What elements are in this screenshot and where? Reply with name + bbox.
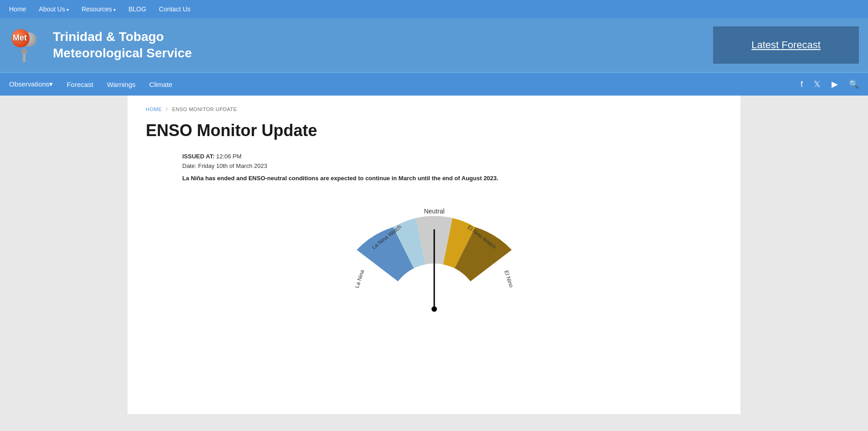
nav-observations[interactable]: Observations▾ [9,80,53,88]
summary-text: La Niña has ended and ENSO-neutral condi… [182,175,722,182]
nav-forecast[interactable]: Forecast [67,81,93,88]
sidebar-right [740,96,868,414]
neutral-label: Neutral [424,208,444,215]
facebook-icon[interactable]: f [801,80,803,89]
date-line: Date: Friday 10th of March 2023 [182,162,722,169]
nav-contact-us[interactable]: Contact Us [159,5,190,13]
secondary-nav-links: Observations▾ Forecast Warnings Climate [9,80,172,88]
site-logo: Met [9,27,46,63]
main-content: HOME / ENSO MONITOR UPDATE ENSO Monitor … [128,96,740,414]
observations-dropdown-arrow: ▾ [49,80,53,88]
main-wrapper: HOME / ENSO MONITOR UPDATE ENSO Monitor … [0,96,868,414]
nav-home[interactable]: Home [9,5,26,13]
breadcrumb-separator: / [166,106,168,112]
nav-warnings[interactable]: Warnings [107,81,136,88]
logo-instrument [23,49,26,62]
enso-gauge: Neutral La Nina Watch La Nina El Nino Wa… [146,191,722,336]
site-title-line1: Trinidad & Tobago [53,29,192,45]
issued-label: ISSUED AT: [182,153,215,160]
nav-blog[interactable]: BLOG [128,5,146,13]
twitter-icon[interactable]: 𝕏 [814,79,821,89]
about-us-dropdown-arrow: ▾ [67,7,69,12]
breadcrumb-home[interactable]: HOME [146,106,162,112]
social-icons: f 𝕏 ▶ 🔍 [801,79,859,89]
nav-climate[interactable]: Climate [149,81,173,88]
gauge-needle-center [431,306,437,312]
issued-time: 12:06 PM [216,153,241,160]
la-nina-label: La Nina [354,269,365,289]
date-value: Friday 10th of March 2023 [198,162,267,169]
header-logo-area: Met Trinidad & Tobago Meteorological Ser… [9,27,192,63]
top-navigation: Home About Us▾ Resources▾ BLOG Contact U… [0,0,868,18]
nav-resources[interactable]: Resources▾ [82,5,116,13]
breadcrumb-current: ENSO MONITOR UPDATE [172,106,237,112]
latest-forecast-button[interactable]: Latest Forecast [713,26,859,64]
date-label: Date: [182,162,196,169]
breadcrumb: HOME / ENSO MONITOR UPDATE [146,106,722,112]
site-title: Trinidad & Tobago Meteorological Service [53,29,192,62]
sidebar-left [0,96,128,414]
logo-met-text: Met [13,33,27,43]
el-nino-label: El Nino [503,269,514,288]
site-title-line2: Meteorological Service [53,45,192,61]
search-icon[interactable]: 🔍 [849,79,859,89]
secondary-navigation: Observations▾ Forecast Warnings Climate … [0,72,868,96]
nav-about-us[interactable]: About Us▾ [39,5,69,13]
resources-dropdown-arrow: ▾ [113,7,116,12]
gauge-svg: Neutral La Nina Watch La Nina El Nino Wa… [320,191,548,336]
page-title: ENSO Monitor Update [146,121,722,140]
issued-at-line: ISSUED AT: 12:06 PM [182,153,722,160]
site-header: Met Trinidad & Tobago Meteorological Ser… [0,18,868,72]
youtube-icon[interactable]: ▶ [832,79,838,89]
